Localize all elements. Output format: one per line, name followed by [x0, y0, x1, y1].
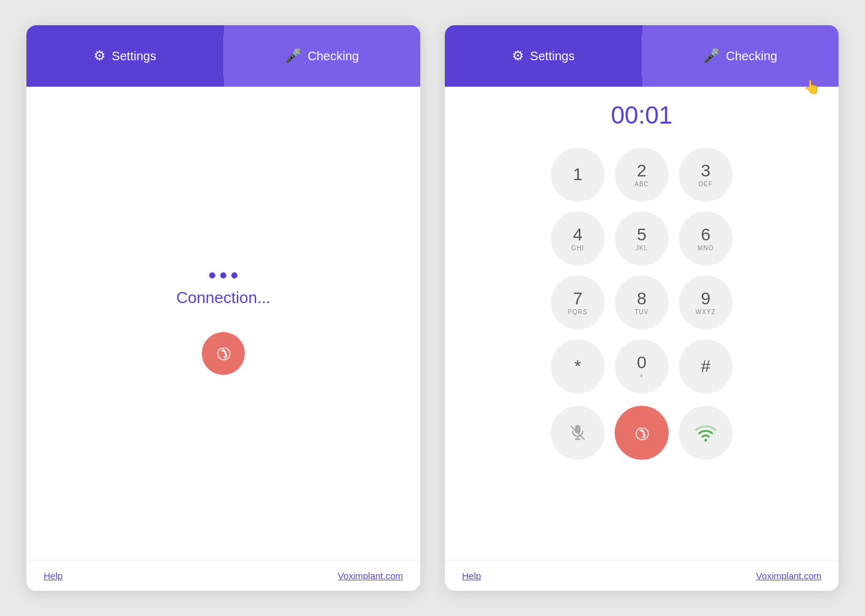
left-hangup-button[interactable]: ✆ — [202, 332, 245, 375]
right-settings-button[interactable]: ⚙ Settings — [445, 25, 642, 87]
left-checking-label: Checking — [308, 49, 359, 63]
right-settings-label: Settings — [530, 49, 575, 63]
dial-num-7: 7 — [573, 290, 583, 307]
right-body: 00:01 1 2 ABC 3 DEF 4 GHI 5 JKL 6 — [445, 87, 839, 560]
dial-num-4: 4 — [573, 226, 583, 243]
dial-key-0[interactable]: 0 + — [615, 339, 669, 393]
dial-sub-2: ABC — [634, 181, 649, 188]
left-settings-button[interactable]: ⚙ Settings — [26, 25, 223, 87]
dial-key-1[interactable]: 1 — [551, 148, 605, 202]
left-voximplant-link[interactable]: Voximplant.com — [338, 571, 403, 581]
dot-2 — [220, 272, 226, 278]
gear-icon: ⚙ — [94, 48, 106, 64]
left-settings-label: Settings — [112, 49, 156, 63]
microphone-icon: 🎤 — [285, 48, 301, 64]
dial-num-2: 2 — [637, 162, 647, 180]
left-header: ⚙ Settings 🎤 Checking — [26, 25, 420, 87]
dial-sub-0: + — [640, 373, 644, 379]
dial-key-hash[interactable]: # — [679, 339, 733, 393]
right-microphone-icon: 🎤 — [703, 48, 720, 64]
dial-sub-9: WXYZ — [696, 309, 716, 315]
dial-key-7[interactable]: 7 PQRS — [551, 275, 605, 330]
dial-key-2[interactable]: 2 ABC — [615, 148, 669, 202]
right-phone-widget: ⚙ Settings 🎤 Checking 👆 00:01 1 2 ABC 3 … — [445, 25, 839, 591]
right-footer: Help Voximplant.com — [445, 560, 839, 591]
mute-button[interactable] — [551, 406, 605, 460]
dial-key-4[interactable]: 4 GHI — [551, 211, 605, 266]
dot-3 — [231, 272, 237, 278]
dial-num-3: 3 — [701, 162, 711, 180]
left-body: Connection... ✆ — [26, 87, 420, 560]
dial-key-8[interactable]: 8 TUV — [615, 275, 669, 330]
dial-num-8: 8 — [637, 290, 647, 307]
dial-sub-5: JKL — [636, 245, 648, 251]
connecting-dots — [209, 272, 237, 278]
left-phone-widget: ⚙ Settings 🎤 Checking Connection... ✆ He… — [26, 25, 420, 591]
dial-num-1: 1 — [573, 166, 583, 183]
right-voximplant-link[interactable]: Voximplant.com — [756, 571, 821, 581]
dial-key-3[interactable]: 3 DEF — [679, 148, 733, 202]
dial-sub-4: GHI — [572, 245, 584, 251]
left-footer: Help Voximplant.com — [26, 560, 420, 591]
right-checking-button[interactable]: 🎤 Checking — [642, 25, 839, 87]
dial-key-5[interactable]: 5 JKL — [615, 211, 669, 266]
call-controls: ✆ — [551, 406, 733, 460]
call-timer: 00:01 — [611, 101, 672, 129]
dial-key-star[interactable]: * — [551, 339, 605, 393]
dial-num-9: 9 — [701, 290, 711, 307]
connection-text: Connection... — [176, 288, 270, 307]
dial-sub-7: PQRS — [568, 309, 588, 315]
mute-icon-wrap — [569, 424, 586, 441]
dot-1 — [209, 272, 215, 278]
right-hangup-button[interactable]: ✆ — [615, 406, 669, 460]
dial-sub-3: DEF — [699, 181, 713, 188]
mic-slash-icon — [569, 424, 586, 441]
left-checking-button[interactable]: 🎤 Checking — [224, 25, 421, 87]
dial-sub-6: MNO — [698, 245, 714, 251]
left-help-link[interactable]: Help — [44, 571, 63, 581]
right-gear-icon: ⚙ — [512, 48, 524, 64]
dialpad: 1 2 ABC 3 DEF 4 GHI 5 JKL 6 MNO — [551, 148, 733, 393]
left-hangup-icon: ✆ — [211, 341, 236, 366]
wifi-button[interactable] — [679, 406, 733, 460]
wifi-icon — [695, 422, 717, 444]
right-header: ⚙ Settings 🎤 Checking 👆 — [445, 25, 839, 87]
dial-sub-8: TUV — [635, 309, 649, 315]
svg-point-3 — [704, 439, 708, 442]
dial-num-5: 5 — [637, 226, 647, 243]
dial-num-6: 6 — [701, 226, 711, 243]
dial-num-hash: # — [701, 358, 711, 375]
right-help-link[interactable]: Help — [462, 571, 481, 581]
dial-num-0: 0 — [637, 354, 647, 371]
right-checking-label: Checking — [726, 49, 777, 63]
right-hangup-icon: ✆ — [629, 421, 654, 445]
dial-key-9[interactable]: 9 WXYZ — [679, 275, 733, 330]
dial-num-star: * — [575, 358, 581, 375]
dial-key-6[interactable]: 6 MNO — [679, 211, 733, 266]
